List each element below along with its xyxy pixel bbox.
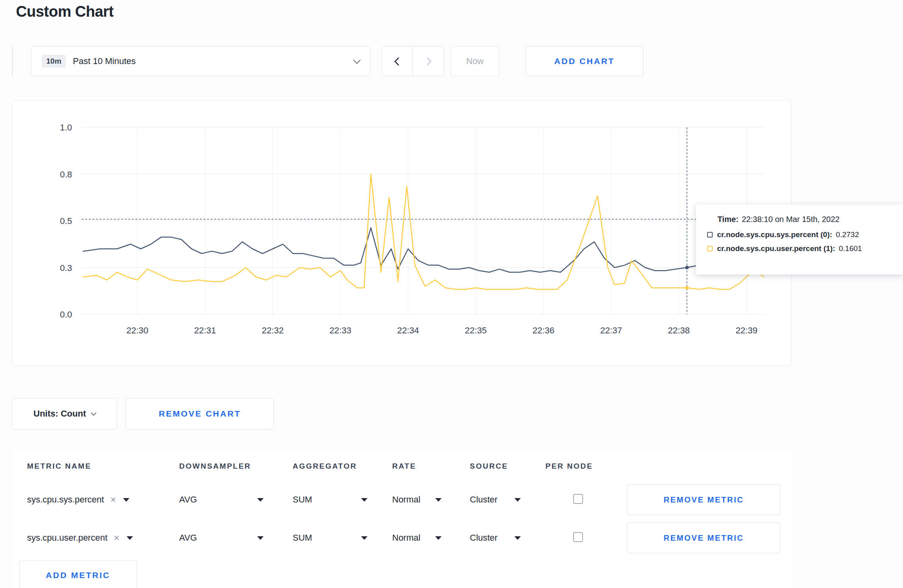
caret-down-icon bbox=[435, 498, 442, 502]
now-button[interactable]: Now bbox=[451, 46, 499, 76]
time-next-button[interactable] bbox=[413, 46, 444, 76]
per-node-checkbox[interactable] bbox=[573, 532, 583, 542]
chart-card: 0.00.30.50.81.022:3022:3122:3222:3322:34… bbox=[12, 100, 792, 366]
caret-down-icon bbox=[514, 536, 521, 540]
source-value: Cluster bbox=[470, 533, 498, 543]
source-select[interactable]: Cluster bbox=[470, 533, 521, 543]
per-node-cell bbox=[545, 532, 621, 543]
chevron-left-icon bbox=[394, 57, 403, 65]
time-range-badge: 10m bbox=[42, 55, 66, 68]
svg-text:22:36: 22:36 bbox=[532, 325, 554, 335]
time-nav-group bbox=[381, 46, 444, 76]
custom-chart-page: Custom Chart 10m Past 10 Minutes Now ADD… bbox=[0, 0, 903, 588]
svg-text:22:30: 22:30 bbox=[126, 325, 148, 335]
header-per-node: PER NODE bbox=[545, 462, 621, 471]
downsampler-value: AVG bbox=[179, 533, 197, 543]
chart-series-line bbox=[83, 228, 764, 273]
time-prev-button[interactable] bbox=[381, 46, 413, 76]
header-rate: RATE bbox=[392, 462, 470, 471]
svg-text:22:39: 22:39 bbox=[735, 325, 757, 335]
source-select[interactable]: Cluster bbox=[470, 495, 521, 505]
actions-cell: REMOVE METRIC bbox=[621, 522, 792, 553]
rate-value: Normal bbox=[392, 495, 420, 505]
downsampler-value: AVG bbox=[179, 495, 197, 505]
svg-text:0.8: 0.8 bbox=[60, 169, 72, 179]
aggregator-value: SUM bbox=[293, 533, 312, 543]
caret-down-icon bbox=[514, 498, 521, 502]
add-chart-button[interactable]: ADD CHART bbox=[526, 46, 643, 76]
remove-metric-button[interactable]: REMOVE METRIC bbox=[627, 522, 780, 553]
svg-text:0.0: 0.0 bbox=[60, 310, 72, 319]
svg-text:22:31: 22:31 bbox=[194, 325, 216, 335]
caret-down-icon bbox=[361, 498, 367, 502]
tooltip-series-label: cr.node.sys.cpu.user.percent (1): bbox=[717, 244, 835, 253]
tooltip-time-label: Time: bbox=[717, 215, 739, 224]
actions-cell: REMOVE METRIC bbox=[621, 484, 792, 515]
metrics-table-header: METRIC NAME DOWNSAMPLER AGGREGATOR RATE … bbox=[12, 452, 792, 481]
aggregator-select[interactable]: SUM bbox=[293, 495, 367, 505]
add-metric-button[interactable]: ADD METRIC bbox=[19, 560, 137, 588]
time-range-dropdown[interactable]: 10m Past 10 Minutes bbox=[31, 46, 370, 76]
svg-text:0.5: 0.5 bbox=[60, 216, 72, 226]
series-swatch-icon bbox=[707, 232, 713, 238]
chart-axis-labels: 0.00.30.50.81.022:3022:3122:3222:3322:34… bbox=[60, 123, 757, 335]
time-range-label: Past 10 Minutes bbox=[73, 56, 136, 66]
tooltip-time-value: 22:38:10 on Mar 15th, 2022 bbox=[742, 215, 840, 224]
svg-text:22:32: 22:32 bbox=[262, 325, 283, 335]
caret-down-icon bbox=[257, 536, 264, 540]
units-label: Units: Count bbox=[33, 409, 86, 419]
chart-tooltip: Time:22:38:10 on Mar 15th, 2022 cr.node.… bbox=[696, 204, 903, 275]
metric-name-select[interactable]: sys.cpu.user.percent × bbox=[27, 533, 179, 543]
svg-text:22:37: 22:37 bbox=[600, 325, 622, 335]
chart-svg[interactable]: 0.00.30.50.81.022:3022:3122:3222:3322:34… bbox=[12, 101, 791, 365]
metric-name-select[interactable]: sys.cpu.sys.percent × bbox=[27, 495, 179, 505]
metric-name-value: sys.cpu.sys.percent bbox=[27, 495, 104, 505]
svg-text:1.0: 1.0 bbox=[60, 123, 72, 132]
caret-down-icon bbox=[435, 536, 442, 540]
remove-metric-button[interactable]: REMOVE METRIC bbox=[627, 484, 780, 515]
chevron-down-icon bbox=[353, 56, 360, 64]
remove-chart-button[interactable]: REMOVE CHART bbox=[126, 398, 274, 430]
tooltip-time-row: Time:22:38:10 on Mar 15th, 2022 bbox=[717, 215, 903, 224]
metrics-table: METRIC NAME DOWNSAMPLER AGGREGATOR RATE … bbox=[12, 452, 792, 588]
header-metric-name: METRIC NAME bbox=[27, 462, 179, 471]
svg-text:0.3: 0.3 bbox=[60, 263, 72, 273]
series-swatch-icon bbox=[707, 246, 713, 251]
tooltip-series-row: cr.node.sys.cpu.sys.percent (0): 0.2732 bbox=[707, 230, 903, 239]
header-downsampler: DOWNSAMPLER bbox=[179, 462, 293, 471]
aggregator-select[interactable]: SUM bbox=[293, 533, 367, 543]
units-dropdown[interactable]: Units: Count bbox=[12, 398, 117, 430]
toolbar-divider bbox=[12, 46, 13, 76]
metric-name-value: sys.cpu.user.percent bbox=[27, 533, 108, 543]
per-node-checkbox[interactable] bbox=[573, 494, 583, 504]
chart-series-line bbox=[83, 174, 764, 290]
aggregator-value: SUM bbox=[293, 495, 312, 505]
chevron-down-icon bbox=[91, 410, 96, 416]
rate-select[interactable]: Normal bbox=[392, 495, 442, 505]
caret-down-icon bbox=[127, 536, 133, 540]
tooltip-series-value: 0.2732 bbox=[836, 230, 859, 239]
svg-text:22:35: 22:35 bbox=[465, 325, 487, 335]
downsampler-select[interactable]: AVG bbox=[179, 495, 264, 505]
clear-icon[interactable]: × bbox=[110, 495, 116, 504]
clear-icon[interactable]: × bbox=[114, 533, 119, 543]
rate-select[interactable]: Normal bbox=[392, 533, 442, 543]
svg-text:22:38: 22:38 bbox=[668, 325, 690, 335]
chart-hover-marker bbox=[685, 266, 689, 269]
table-row: sys.cpu.sys.percent × AVG SUM Normal Clu… bbox=[12, 481, 792, 519]
header-source: SOURCE bbox=[470, 462, 545, 471]
page-title: Custom Chart bbox=[16, 3, 113, 20]
table-row: sys.cpu.user.percent × AVG SUM Normal Cl… bbox=[12, 519, 792, 557]
svg-text:22:33: 22:33 bbox=[329, 325, 351, 335]
tooltip-series-row: cr.node.sys.cpu.user.percent (1): 0.1601 bbox=[707, 244, 903, 253]
tooltip-series-label: cr.node.sys.cpu.sys.percent (0): bbox=[717, 230, 832, 239]
chart-hover-marker bbox=[685, 286, 689, 290]
rate-value: Normal bbox=[392, 533, 420, 543]
svg-text:22:34: 22:34 bbox=[397, 325, 419, 335]
per-node-cell bbox=[545, 494, 621, 505]
source-value: Cluster bbox=[470, 495, 498, 505]
downsampler-select[interactable]: AVG bbox=[179, 533, 264, 543]
chart-gridlines bbox=[82, 127, 764, 314]
tooltip-series-value: 0.1601 bbox=[839, 244, 862, 253]
header-aggregator: AGGREGATOR bbox=[293, 462, 392, 471]
